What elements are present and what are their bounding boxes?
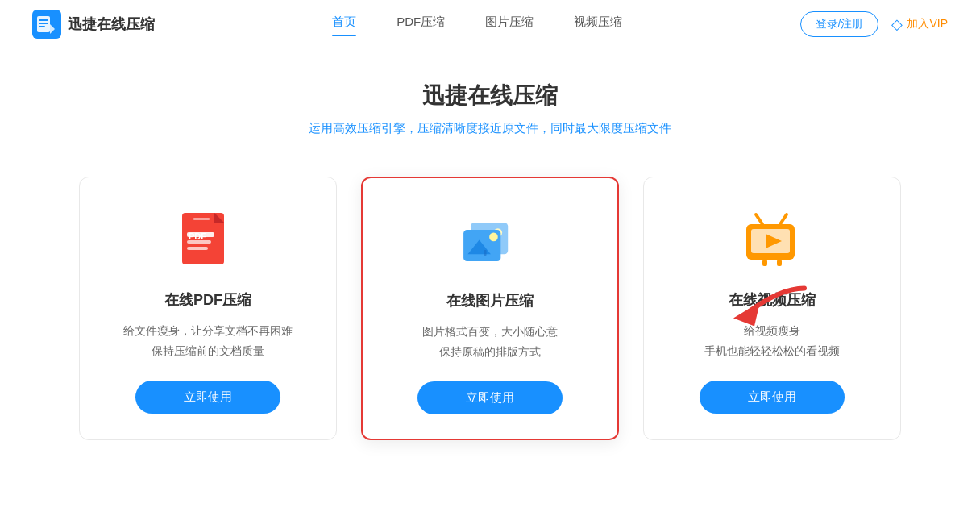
card-image: 在线图片压缩 图片格式百变，大小随心意 保持原稿的排版方式 立即使用 [361,177,619,440]
pdf-card-desc: 给文件瘦身，让分享文档不再困难 保持压缩前的文档质量 [123,321,293,361]
svg-rect-9 [193,218,210,220]
vip-button[interactable]: ◇ 加入VIP [891,15,948,33]
svg-rect-8 [187,247,208,250]
image-card-desc: 图片格式百变，大小随心意 保持原稿的排版方式 [422,322,558,362]
cards-container: Un PDF 在线PDF压缩 给文件瘦身，让分享文档不再困难 [0,160,980,473]
card-video: 在线视频压缩 给视频瘦身 手机也能轻轻松松的看视频 立即使用 [643,177,901,440]
video-desc-line1: 给视频瘦身 [744,324,800,337]
logo-icon [32,10,61,39]
logo-text: 迅捷在线压缩 [68,15,155,34]
svg-text:PDF: PDF [189,231,206,241]
pdf-card-icon: PDF [176,210,240,274]
svg-line-23 [780,214,787,224]
pdf-desc-line2: 保持压缩前的文档质量 [152,344,264,357]
video-card-title: 在线视频压缩 [729,290,816,310]
header-right: 登录/注册 ◇ 加入VIP [800,11,948,37]
svg-rect-24 [762,260,767,266]
svg-line-22 [756,214,762,224]
pdf-card-title: 在线PDF压缩 [164,290,251,310]
video-card-icon [740,210,804,274]
vip-label: 加入VIP [907,17,948,31]
image-desc-line1: 图片格式百变，大小随心意 [422,325,558,338]
nav-item-image[interactable]: 图片压缩 [485,15,534,33]
hero-subtitle: 运用高效压缩引擎，压缩清晰度接近原文件，同时最大限度压缩文件 [0,121,980,136]
nav-item-home[interactable]: 首页 [332,15,356,33]
pdf-desc-line1: 给文件瘦身，让分享文档不再困难 [123,324,293,337]
image-card-title: 在线图片压缩 [446,291,534,310]
video-use-button[interactable]: 立即使用 [700,381,845,414]
main-nav: 首页 PDF压缩 图片压缩 视频压缩 [332,15,622,33]
nav-item-video[interactable]: 视频压缩 [574,15,622,33]
image-use-button[interactable]: 立即使用 [417,381,563,414]
header: 迅捷在线压缩 首页 PDF压缩 图片压缩 视频压缩 登录/注册 ◇ 加入VIP [0,0,980,48]
card-pdf: PDF 在线PDF压缩 给文件瘦身，让分享文档不再困难 保持压缩前的文档质量 立… [79,177,337,440]
vip-diamond-icon: ◇ [891,15,903,33]
image-card-icon [458,210,522,275]
svg-point-17 [489,233,498,242]
logo: 迅捷在线压缩 [32,10,155,39]
image-desc-line2: 保持原稿的排版方式 [439,345,541,358]
video-desc-line2: 手机也能轻轻松松的看视频 [704,344,840,357]
nav-item-pdf[interactable]: PDF压缩 [397,15,445,33]
svg-rect-25 [777,260,782,266]
video-card-desc: 给视频瘦身 手机也能轻轻松松的看视频 [704,321,840,361]
hero-title: 迅捷在线压缩 [0,81,980,111]
hero-section: 迅捷在线压缩 运用高效压缩引擎，压缩清晰度接近原文件，同时最大限度压缩文件 [0,48,980,160]
svg-rect-18 [484,250,487,256]
login-button[interactable]: 登录/注册 [800,11,879,37]
pdf-use-button[interactable]: 立即使用 [135,381,280,414]
